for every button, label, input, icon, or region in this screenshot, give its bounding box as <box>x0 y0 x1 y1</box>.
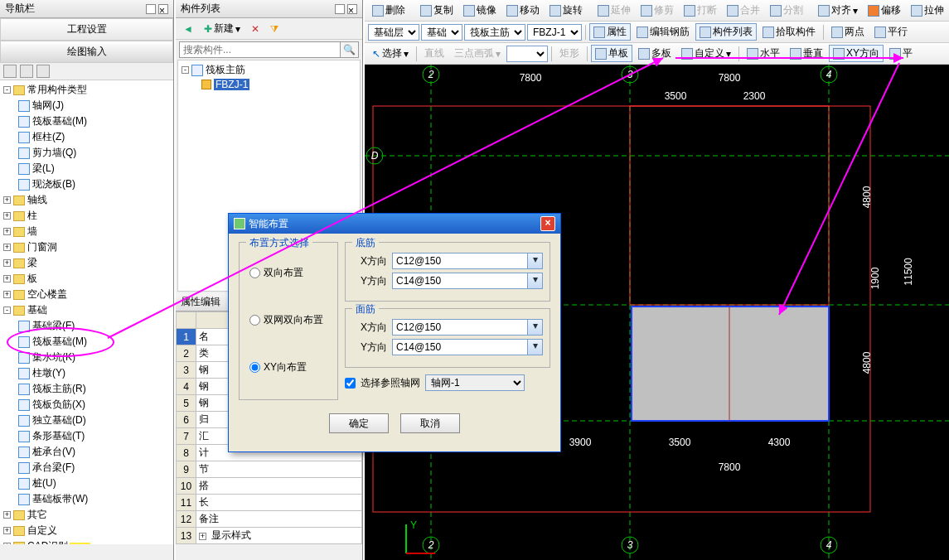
tree-item[interactable]: 筏板基础(M) <box>0 334 173 350</box>
type-combo[interactable]: 筏板主筋 <box>464 24 525 41</box>
ref-axis-select[interactable]: 轴网-1 <box>425 374 525 391</box>
arc-combo[interactable] <box>506 46 548 62</box>
tree-item[interactable]: +墙 <box>0 224 173 239</box>
tree-item[interactable]: 独立基础(D) <box>0 413 173 428</box>
instance-combo[interactable]: FBZJ-1 <box>527 24 582 41</box>
custom-button[interactable]: 自定义▾ <box>677 45 735 62</box>
toggle-icon[interactable]: + <box>3 543 11 544</box>
tree-item[interactable]: +CAD识别NEW <box>0 538 173 544</box>
nav-tool-2[interactable] <box>20 65 33 78</box>
radio-double-net[interactable]: 双网双向布置 <box>249 313 327 327</box>
back-button[interactable]: ◄ <box>179 22 197 36</box>
table-row[interactable]: 13+ 显示样式 <box>177 528 362 544</box>
table-row[interactable]: 10搭 <box>177 478 362 495</box>
stretch-button[interactable]: 拉伸 <box>907 2 948 19</box>
dropdown-icon[interactable]: ▾ <box>528 273 543 289</box>
tree-item[interactable]: +门窗洞 <box>0 239 173 255</box>
toggle-icon[interactable]: - <box>182 66 189 74</box>
cancel-button[interactable]: 取消 <box>400 413 460 433</box>
delete-button[interactable]: 删除 <box>368 2 409 19</box>
toggle-icon[interactable]: + <box>3 511 11 519</box>
bottom-y-input[interactable] <box>392 273 528 289</box>
table-row[interactable]: 9节 <box>177 461 362 478</box>
tree-item[interactable]: +其它 <box>0 507 173 523</box>
edit-rebar-button[interactable]: 编辑钢筋 <box>632 23 694 41</box>
tree-item[interactable]: +自定义 <box>0 523 173 538</box>
tree-item[interactable]: 筏板负筋(X) <box>0 397 173 413</box>
radio-xy[interactable]: XY向布置 <box>249 360 327 374</box>
tree-item[interactable]: +梁 <box>0 255 173 271</box>
new-button[interactable]: ✚新建▾ <box>200 20 245 37</box>
radio-bidirectional[interactable]: 双向布置 <box>249 266 327 280</box>
toggle-icon[interactable]: + <box>3 291 11 298</box>
toggle-icon[interactable]: - <box>3 307 11 314</box>
tree-item[interactable]: +轴线 <box>0 192 173 208</box>
multi-board-button[interactable]: 多板 <box>634 45 675 62</box>
align-button[interactable]: 对齐▾ <box>814 2 862 19</box>
tree-item[interactable]: 桩(U) <box>0 476 173 491</box>
offset-button[interactable]: 偏移 <box>864 2 905 19</box>
dropdown-icon[interactable]: ▾ <box>528 319 543 336</box>
floor-combo[interactable]: 基础层 <box>368 24 419 41</box>
selected-slab[interactable] <box>632 307 829 421</box>
tree-item[interactable]: 基础梁(F) <box>0 318 173 334</box>
toggle-icon[interactable]: + <box>3 196 11 204</box>
toggle-icon[interactable]: + <box>3 527 11 534</box>
delete-button[interactable]: ✕ <box>247 22 264 36</box>
filter-button[interactable]: ⧩ <box>266 22 283 36</box>
toggle-icon[interactable]: + <box>3 212 11 220</box>
tree-item[interactable]: +柱 <box>0 208 173 224</box>
tree-item[interactable]: 条形基础(T) <box>0 428 173 444</box>
single-board-button[interactable]: 单板 <box>591 45 632 62</box>
flat-button[interactable]: 平 <box>885 45 917 62</box>
mirror-button[interactable]: 镜像 <box>459 2 501 19</box>
tree-item[interactable]: 筏板主筋(R) <box>0 381 173 397</box>
dropdown-icon[interactable]: ▾ <box>528 339 543 355</box>
tree-item[interactable]: -常用构件类型 <box>0 82 173 98</box>
category-combo[interactable]: 基础 <box>421 24 462 41</box>
parallel-button[interactable]: 平行 <box>870 23 912 41</box>
component-list-button[interactable]: 构件列表 <box>695 23 757 41</box>
tree-item[interactable]: 柱墩(Y) <box>0 365 173 381</box>
nav-tool-3[interactable] <box>36 65 50 78</box>
tree-item[interactable]: 桩承台(V) <box>0 444 173 460</box>
tree-item[interactable]: 框柱(Z) <box>0 129 173 145</box>
vertical-button[interactable]: 垂直 <box>786 45 827 62</box>
dialog-close-button[interactable]: × <box>540 216 555 231</box>
close-icon[interactable]: × <box>158 4 168 14</box>
tree-item[interactable]: +空心楼盖 <box>0 287 173 302</box>
xy-direction-button[interactable]: XY方向 <box>829 45 884 62</box>
move-button[interactable]: 移动 <box>502 2 544 19</box>
search-button[interactable]: 🔍 <box>341 41 359 58</box>
tree-item[interactable]: 基础板带(W) <box>0 491 173 507</box>
tree-item[interactable]: 剪力墙(Q) <box>0 145 173 161</box>
top-y-input[interactable] <box>392 339 528 355</box>
rotate-button[interactable]: 旋转 <box>545 2 587 19</box>
pin-icon[interactable] <box>335 4 345 14</box>
tree-item[interactable]: -基础 <box>0 302 173 318</box>
nav-tool-1[interactable] <box>3 65 17 78</box>
select-button[interactable]: ↖选择▾ <box>368 45 413 62</box>
tree-item[interactable]: 现浇板(B) <box>0 176 173 192</box>
toggle-icon[interactable]: + <box>3 228 11 235</box>
tree-item[interactable]: 轴网(J) <box>0 98 173 113</box>
tab-draw-input[interactable]: 绘图输入 <box>0 41 173 63</box>
tree-item[interactable]: 筏板基础(M) <box>0 113 173 129</box>
tree-child-label[interactable]: FBZJ-1 <box>214 79 249 90</box>
tree-item[interactable]: 承台梁(F) <box>0 460 173 476</box>
dialog-titlebar[interactable]: 智能布置 × <box>229 214 560 234</box>
tree-item[interactable]: 梁(L) <box>0 161 173 176</box>
search-input[interactable] <box>179 41 341 58</box>
toggle-icon[interactable]: + <box>3 244 11 251</box>
tree-item[interactable]: 集水坑(K) <box>0 350 173 365</box>
nav-tree[interactable]: -常用构件类型轴网(J)筏板基础(M)框柱(Z)剪力墙(Q)梁(L)现浇板(B)… <box>0 80 173 544</box>
ref-axis-checkbox[interactable] <box>345 378 356 389</box>
bottom-x-input[interactable] <box>392 253 528 269</box>
toggle-icon[interactable]: - <box>3 86 11 94</box>
top-x-input[interactable] <box>392 319 528 336</box>
close-icon[interactable]: × <box>347 4 357 14</box>
horizontal-button[interactable]: 水平 <box>743 45 784 62</box>
toggle-icon[interactable]: + <box>3 259 11 267</box>
tree-item[interactable]: +板 <box>0 271 173 287</box>
pin-icon[interactable] <box>146 4 156 14</box>
